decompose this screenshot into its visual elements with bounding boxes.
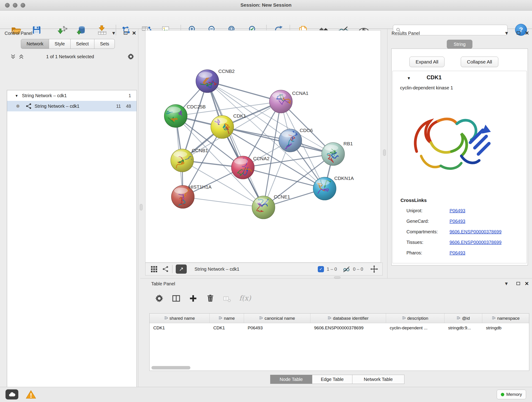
panel-float-icon[interactable]: [517, 32, 520, 35]
table-header-row: shared namenamecanonical namedatabase id…: [150, 313, 529, 323]
crosslink-label: GeneCard:: [406, 219, 450, 224]
network-selection-summary: 1 of 1 Network selected: [2, 54, 138, 59]
column-header--id[interactable]: @id: [444, 313, 482, 323]
hidden-glasses-icon[interactable]: [342, 265, 350, 273]
pan-move-icon[interactable]: [370, 265, 378, 273]
panel-menu-icon[interactable]: ▾: [505, 281, 508, 286]
cloud-status-button[interactable]: [6, 389, 18, 400]
network-node-CDK1[interactable]: [211, 115, 234, 138]
birdseye-view-button[interactable]: ↗: [176, 264, 187, 274]
node-label-CCNB2: CCNB2: [218, 69, 234, 74]
table-cell[interactable]: stringdb: [482, 323, 529, 333]
show-columns-icon[interactable]: [171, 294, 181, 303]
network-collection-row[interactable]: ▼ String Network – cdk1 1: [7, 90, 137, 101]
selected-checkbox[interactable]: ✓: [318, 266, 324, 272]
network-node-CCNE1[interactable]: [252, 192, 275, 219]
control-panel: Control Panel ▾ ✕ NetworkStyleSelectSets…: [2, 29, 138, 387]
string-network-icon[interactable]: [162, 266, 169, 273]
network-edge[interactable]: [183, 197, 264, 207]
control-tab-network[interactable]: Network: [21, 39, 49, 49]
network-node-CCNA1[interactable]: [269, 90, 292, 113]
control-tab-sets[interactable]: Sets: [94, 39, 115, 49]
crosslink-link[interactable]: P06493: [450, 250, 465, 255]
crosslink-link[interactable]: P06493: [450, 219, 465, 224]
node-label-CCNA1: CCNA1: [292, 90, 308, 96]
control-tab-style[interactable]: Style: [49, 39, 70, 49]
network-view[interactable]: CCNB2CCNA1CDC25BCDK1CDC6RB1CCNB1CCNA2CDK…: [146, 31, 380, 262]
network-view-toolbar: ↗ String Network – cdk1 ✓ 1 – 0 0 – 0: [145, 263, 383, 275]
table-cell[interactable]: stringdb:9...: [444, 323, 482, 333]
table-cell[interactable]: cyclin-dependent ...: [386, 323, 444, 333]
column-header-label: name: [224, 316, 235, 321]
panel-close-icon[interactable]: ✕: [132, 30, 136, 36]
tree-expand-icon[interactable]: ▼: [15, 94, 18, 98]
table-tabs: Node TableEdge TableNetwork Table: [270, 375, 404, 384]
column-header-label: @id: [462, 316, 470, 321]
table-settings-gear-icon[interactable]: [154, 294, 164, 303]
title-bar: Session: New Session: [0, 0, 532, 11]
column-header-label: canonical name: [264, 316, 295, 321]
grid-view-icon[interactable]: [151, 266, 157, 273]
warning-icon[interactable]: [26, 390, 36, 399]
results-panel-title: Results Panel: [392, 31, 420, 36]
table-row[interactable]: CDK1CDK1P064939606.ENSP00000378699cyclin…: [150, 323, 529, 333]
add-column-plus-icon[interactable]: [188, 294, 198, 303]
expand-all-button[interactable]: Expand All: [409, 57, 444, 67]
delete-trash-icon[interactable]: [206, 294, 215, 303]
memory-button[interactable]: Memory: [497, 390, 526, 399]
network-node-CCNA2[interactable]: [231, 156, 254, 179]
panel-close-icon[interactable]: ✕: [525, 30, 529, 36]
column-header-shared-name[interactable]: shared name: [150, 313, 210, 323]
crosslink-row: Pharos:P06493: [406, 248, 521, 258]
splitter-handle[interactable]: [383, 149, 386, 156]
crosslink-link[interactable]: 9606.ENSP00000378699: [450, 240, 501, 245]
horizontal-scrollbar[interactable]: [152, 366, 190, 370]
gene-collapse-icon[interactable]: ▼: [407, 76, 411, 81]
tab-node-table[interactable]: Node Table: [270, 375, 312, 384]
node-label-CCNB1: CCNB1: [192, 148, 208, 153]
network-node-CCNB2[interactable]: [196, 70, 219, 93]
tab-network-table[interactable]: Network Table: [352, 375, 404, 384]
column-header-canonical-name[interactable]: canonical name: [244, 313, 310, 323]
tab-edge-table[interactable]: Edge Table: [312, 375, 352, 384]
network-edge[interactable]: [222, 127, 333, 154]
table-cell[interactable]: CDK1: [150, 323, 210, 333]
delete-column-icon-disabled: [223, 294, 231, 303]
node-table[interactable]: shared namenamecanonical namedatabase id…: [149, 313, 529, 371]
network-canvas[interactable]: CCNB2CCNA1CDC25BCDK1CDC6RB1CCNB1CCNA2CDK…: [145, 30, 381, 263]
control-tab-select[interactable]: Select: [70, 39, 95, 49]
table-cell[interactable]: 9606.ENSP00000378699: [310, 323, 386, 333]
status-bar: Memory: [0, 387, 532, 402]
panel-menu-icon[interactable]: ▾: [505, 30, 508, 36]
panel-float-icon[interactable]: [516, 282, 520, 285]
crosslink-link[interactable]: P06493: [450, 208, 465, 213]
column-header-description[interactable]: description: [386, 313, 444, 323]
crosslink-row: GeneCard:P06493: [406, 216, 521, 226]
gene-section: ▼ CDK1 cyclin-dependent kinase 1 CrossLi…: [393, 71, 527, 263]
crosslinks-heading: CrossLinks: [400, 198, 427, 203]
network-row[interactable]: String Network – cdk1 11 48: [7, 101, 137, 111]
hidden-count: 0 – 0: [353, 267, 363, 272]
table-cell[interactable]: CDK1: [210, 323, 244, 333]
crosslink-row: Compartments:9606.ENSP00000378699: [406, 226, 521, 237]
tab-string[interactable]: String: [447, 40, 472, 49]
table-cell[interactable]: P06493: [244, 323, 310, 333]
column-header-name[interactable]: name: [210, 313, 244, 323]
network-edge[interactable]: [207, 81, 264, 207]
current-network-name: String Network – cdk1: [195, 267, 239, 272]
column-header-database-identifier[interactable]: database identifier: [310, 313, 386, 323]
network-node-CDC25B[interactable]: [164, 104, 187, 128]
panel-menu-icon[interactable]: ▾: [112, 30, 115, 36]
column-header-namespace[interactable]: namespace: [482, 313, 529, 323]
collapse-all-button[interactable]: Collapse All: [461, 57, 498, 67]
panel-close-icon[interactable]: ✕: [525, 281, 529, 287]
column-type-icon: [328, 316, 331, 321]
crosslink-link[interactable]: 9606.ENSP00000378699: [450, 229, 501, 235]
network-node-CDC6[interactable]: [279, 129, 302, 152]
gear-icon[interactable]: [127, 53, 135, 61]
string-results-box: Expand All Collapse All ▼ CDK1 cyclin-de…: [391, 49, 528, 265]
panel-float-icon[interactable]: [124, 32, 127, 35]
string-tab-label: String: [454, 42, 466, 47]
network-node-RB1[interactable]: [322, 143, 345, 166]
splitter-handle[interactable]: [140, 204, 143, 211]
